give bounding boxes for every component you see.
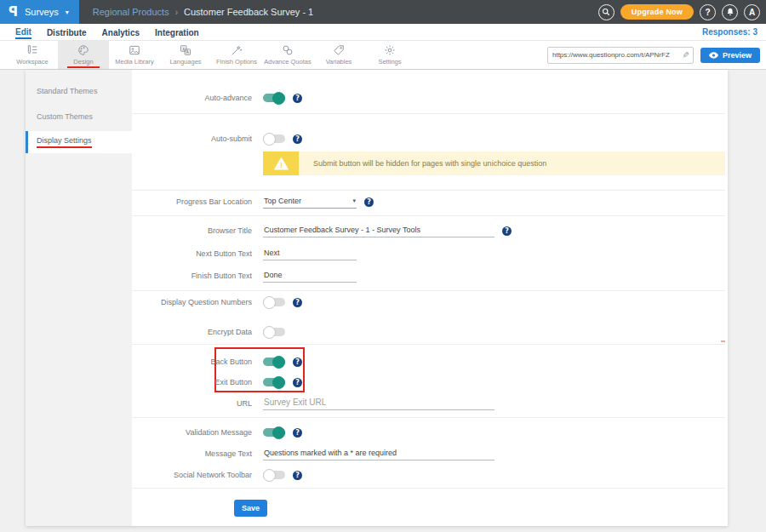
breadcrumb-parent[interactable]: Regional Products bbox=[93, 7, 169, 17]
design-annotation-underline bbox=[67, 66, 100, 69]
tab-distribute[interactable]: Distribute bbox=[47, 26, 87, 38]
toggle-knob bbox=[263, 326, 276, 339]
help-icon[interactable]: ? bbox=[293, 428, 302, 438]
help-icon[interactable]: ? bbox=[293, 378, 302, 387]
validation-message-label: Validation Message bbox=[132, 428, 252, 437]
toggle-knob bbox=[272, 376, 285, 389]
svg-text:A: A bbox=[186, 50, 190, 54]
auto-advance-toggle[interactable] bbox=[263, 94, 285, 102]
scrollbar-annotation-marker bbox=[721, 340, 725, 342]
exit-button-label: Exit Button bbox=[132, 378, 252, 386]
divider bbox=[132, 215, 725, 216]
back-button-toggle[interactable] bbox=[263, 358, 285, 366]
auto-submit-toggle[interactable] bbox=[263, 134, 285, 143]
back-button-label: Back Button bbox=[132, 358, 252, 366]
sidebar-item-standard-themes[interactable]: Standard Themes bbox=[26, 80, 132, 102]
finish-button-text-label: Finish Button Text bbox=[132, 272, 252, 280]
design-settings-card: Standard Themes Custom Themes Display Se… bbox=[26, 70, 728, 526]
finish-button-text-input[interactable] bbox=[263, 269, 357, 283]
survey-nav: Edit Distribute Analytics Integration Re… bbox=[0, 24, 766, 41]
auto-submit-row: Auto-submit ? bbox=[132, 130, 724, 147]
help-icon[interactable]: ? bbox=[293, 298, 302, 307]
product-name: Surveys bbox=[25, 7, 59, 17]
browser-title-label: Browser Title bbox=[132, 226, 252, 235]
divider bbox=[132, 344, 725, 345]
display-question-numbers-label: Display Question Numbers bbox=[132, 298, 252, 306]
tab-analytics[interactable]: Analytics bbox=[102, 26, 140, 38]
encrypt-data-row: Encrypt Data bbox=[132, 323, 724, 340]
selected-option: Top Center bbox=[264, 197, 301, 205]
divider bbox=[132, 113, 725, 114]
toolbar-item-design[interactable]: Design bbox=[58, 41, 109, 69]
toolbar-item-languages[interactable]: xA Languages bbox=[160, 41, 211, 69]
help-icon[interactable]: ? bbox=[293, 471, 302, 480]
account-button[interactable]: A bbox=[744, 4, 760, 20]
image-icon bbox=[129, 44, 140, 56]
help-icon[interactable]: ? bbox=[502, 226, 512, 236]
help-icon[interactable]: ? bbox=[364, 197, 374, 207]
message-text-input[interactable] bbox=[263, 447, 494, 460]
questionpro-logo-icon: P bbox=[9, 4, 18, 20]
sidebar-item-custom-themes[interactable]: Custom Themes bbox=[26, 106, 132, 128]
exit-url-input[interactable] bbox=[263, 397, 494, 410]
sidebar-item-display-settings[interactable]: Display Settings bbox=[26, 131, 132, 153]
search-icon bbox=[602, 8, 610, 16]
toggle-knob bbox=[272, 426, 285, 439]
progress-bar-location-select[interactable]: Top Center ▾ bbox=[263, 195, 357, 209]
tab-edit[interactable]: Edit bbox=[15, 25, 31, 39]
help-button[interactable]: ? bbox=[700, 4, 716, 20]
workspace-icon bbox=[26, 44, 38, 56]
upgrade-now-button[interactable]: Upgrade Now bbox=[620, 4, 694, 20]
social-network-toolbar-row: Social Network Toolbar ? bbox=[132, 466, 724, 483]
toolbar-item-settings[interactable]: Settings bbox=[364, 41, 415, 69]
toggle-knob bbox=[272, 356, 285, 369]
next-button-text-input[interactable] bbox=[263, 247, 357, 260]
save-button[interactable]: Save bbox=[234, 500, 267, 517]
toggle-knob bbox=[263, 133, 276, 146]
help-icon[interactable]: ? bbox=[293, 358, 302, 367]
translate-icon: xA bbox=[180, 44, 192, 56]
help-icon[interactable]: ? bbox=[293, 134, 302, 144]
display-question-numbers-toggle[interactable] bbox=[263, 298, 285, 306]
app-switcher[interactable]: P Surveys ▾ bbox=[0, 0, 79, 24]
survey-url-box: ✎ bbox=[547, 47, 694, 64]
eye-icon bbox=[709, 52, 718, 59]
toolbar-item-workspace[interactable]: Workspace bbox=[7, 41, 58, 69]
edit-toolbar: Workspace Design Media Library xA Langua… bbox=[0, 41, 766, 70]
progress-bar-location-row: Progress Bar Location Top Center ▾ ? bbox=[132, 193, 724, 210]
breadcrumb-separator: › bbox=[175, 8, 178, 17]
toolbar-item-advance-quotas[interactable]: Advance Quotas bbox=[262, 41, 313, 69]
social-network-toolbar-toggle[interactable] bbox=[263, 471, 285, 479]
tag-icon bbox=[333, 44, 345, 56]
back-button-row: Back Button ? bbox=[132, 353, 724, 370]
validation-message-row: Validation Message ? bbox=[132, 424, 724, 441]
chevron-down-icon: ▾ bbox=[66, 9, 69, 16]
preview-button[interactable]: Preview bbox=[700, 48, 760, 63]
search-button[interactable] bbox=[598, 4, 615, 20]
toolbar-item-variables[interactable]: Variables bbox=[313, 41, 364, 69]
toolbar-item-finish-options[interactable]: Finish Options bbox=[211, 41, 262, 69]
exit-button-row: Exit Button ? bbox=[132, 374, 724, 391]
finish-button-text-row: Finish Button Text bbox=[132, 267, 724, 284]
divider bbox=[132, 417, 725, 418]
bell-icon bbox=[726, 8, 735, 16]
survey-url-input[interactable] bbox=[552, 51, 682, 59]
exit-button-toggle[interactable] bbox=[263, 378, 285, 386]
validation-message-toggle[interactable] bbox=[263, 428, 285, 437]
top-bar: P Surveys ▾ Regional Products › Customer… bbox=[0, 0, 766, 24]
browser-title-input[interactable] bbox=[263, 224, 494, 237]
display-question-numbers-row: Display Question Numbers ? bbox=[132, 294, 724, 311]
breadcrumb: Regional Products › Customer Feedback Su… bbox=[93, 7, 313, 17]
warning-icon-cell: ! bbox=[263, 152, 299, 175]
encrypt-data-toggle[interactable] bbox=[263, 328, 285, 336]
warning-text: Submit button will be hidden for pages w… bbox=[299, 152, 546, 175]
toolbar-item-media-library[interactable]: Media Library bbox=[109, 41, 160, 69]
browser-title-row: Browser Title ? bbox=[132, 222, 724, 239]
responses-count[interactable]: Responses: 3 bbox=[702, 27, 757, 37]
next-button-text-label: Next Button Text bbox=[132, 249, 252, 258]
gear-icon bbox=[384, 44, 396, 56]
tab-integration[interactable]: Integration bbox=[155, 26, 199, 38]
notifications-button[interactable] bbox=[722, 4, 738, 20]
edit-url-icon[interactable]: ✎ bbox=[680, 51, 689, 58]
help-icon[interactable]: ? bbox=[293, 94, 302, 103]
